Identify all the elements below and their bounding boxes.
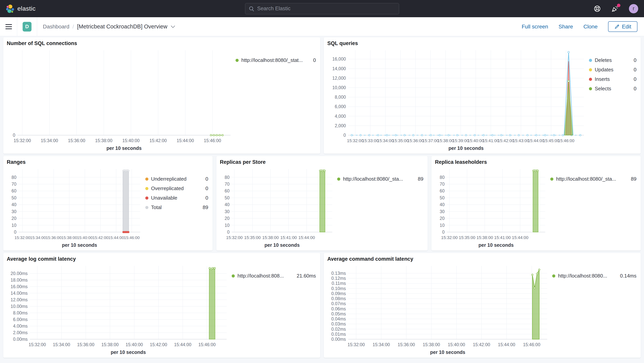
svg-text:60: 60: [224, 188, 230, 193]
svg-text:15:44:00: 15:44:00: [512, 235, 528, 240]
sql-queries-chart[interactable]: 15:32:0015:33:0015:34:0015:35:0015:36:00…: [327, 47, 589, 152]
legend-series-value: 0: [630, 67, 636, 73]
svg-text:15:33:00: 15:33:00: [362, 138, 379, 143]
legend-series-label: http://localhost:8080/_stat...: [241, 57, 303, 63]
news-button[interactable]: [611, 5, 619, 13]
legend-series-label: Inserts: [595, 76, 610, 82]
legend: Underreplicated0Overreplicated0Unavailab…: [145, 166, 209, 249]
legend-series-value: 89: [627, 176, 636, 182]
menu-button[interactable]: [6, 24, 12, 29]
legend-series-dot: [550, 178, 554, 181]
panel-replica-leaseholders: Replica leaseholders 15:32:0015:35:0015:…: [432, 156, 641, 251]
svg-text:15:32:00: 15:32:00: [14, 138, 31, 143]
legend-series-dot: [552, 274, 555, 277]
legend-series-dot: [589, 68, 592, 71]
help-button[interactable]: [594, 5, 601, 13]
svg-text:15:38:00: 15:38:00: [95, 138, 112, 143]
svg-text:0.06ms: 0.06ms: [331, 306, 346, 311]
svg-text:70: 70: [12, 182, 16, 187]
legend-item[interactable]: Inserts0: [589, 76, 636, 82]
page-title[interactable]: [Metricbeat CockroachDB] Overview: [77, 24, 167, 30]
panel-title: Number of SQL connections: [7, 41, 317, 47]
avg-log-commit-latency-chart[interactable]: 15:32:0015:34:0015:36:0015:38:0015:40:00…: [7, 263, 232, 356]
legend-item[interactable]: http://localhost:8080/_stat...0: [236, 57, 316, 63]
share-button[interactable]: Share: [558, 24, 573, 30]
svg-text:per 10 seconds: per 10 seconds: [430, 349, 465, 355]
panel-title: Average log commit latency: [7, 256, 317, 262]
svg-text:0.02ms: 0.02ms: [331, 327, 346, 332]
legend-series-label: http://localhost:808...: [238, 273, 284, 279]
legend-item[interactable]: Updates0: [589, 67, 636, 73]
svg-text:per 10 seconds: per 10 seconds: [448, 145, 484, 151]
avg-command-commit-latency-chart[interactable]: 15:32:0015:34:0015:36:0015:38:0015:40:00…: [327, 263, 552, 356]
legend-series-label: http://localhost:8080/_sta...: [343, 176, 403, 182]
dashboard-toolbar: D Dashboard / [Metricbeat CockroachDB] O…: [0, 17, 644, 36]
svg-text:15:35:00: 15:35:00: [392, 138, 409, 143]
edit-button-label: Edit: [622, 24, 631, 30]
search-input[interactable]: [245, 3, 399, 14]
svg-text:0.12ms: 0.12ms: [331, 276, 346, 281]
legend-item[interactable]: Unavailable0: [145, 195, 208, 201]
legend-item[interactable]: http://localhost:808...21.60ms: [232, 273, 316, 279]
space-badge[interactable]: D: [22, 22, 32, 32]
breadcrumb: Dashboard / [Metricbeat CockroachDB] Ove…: [43, 24, 176, 30]
life-ring-icon: [594, 5, 601, 12]
legend-series-value: 0: [202, 185, 208, 191]
panel-title: SQL queries: [327, 41, 637, 47]
svg-text:0.00ms: 0.00ms: [331, 337, 346, 342]
svg-text:15:39:00: 15:39:00: [452, 138, 469, 143]
svg-text:15:34:00: 15:34:00: [41, 138, 58, 143]
svg-text:per 10 seconds: per 10 seconds: [111, 349, 146, 355]
svg-text:0.01ms: 0.01ms: [331, 332, 346, 337]
full-screen-button[interactable]: Full screen: [522, 24, 548, 30]
legend-item[interactable]: Selects0: [589, 86, 636, 92]
svg-text:70: 70: [224, 182, 230, 187]
svg-text:15:38:00: 15:38:00: [62, 235, 77, 240]
svg-text:0.09ms: 0.09ms: [331, 291, 346, 296]
panel-replicas-per-store: Replicas per Store 15:32:0015:35:0015:38…: [216, 156, 428, 251]
clone-button[interactable]: Clone: [584, 24, 598, 30]
svg-text:40: 40: [440, 202, 445, 207]
edit-button[interactable]: Edit: [608, 21, 638, 32]
svg-text:15:37:00: 15:37:00: [422, 138, 439, 143]
svg-text:15:35:00: 15:35:00: [244, 235, 261, 240]
svg-text:40: 40: [224, 202, 230, 207]
legend-series-label: Selects: [595, 86, 611, 92]
legend-series-dot: [589, 78, 592, 81]
legend-item[interactable]: http://localhost:8080/_sta...89: [337, 176, 423, 182]
svg-text:15:41:00: 15:41:00: [494, 235, 511, 240]
ranges-chart[interactable]: 15:32:0015:34:0015:36:0015:38:0015:40:00…: [7, 166, 145, 249]
replicas-per-store-chart[interactable]: 15:32:0015:35:0015:38:0015:41:0015:44:00…: [220, 166, 337, 249]
svg-text:15:38:00: 15:38:00: [262, 235, 279, 240]
svg-text:15:40:00: 15:40:00: [126, 342, 143, 347]
svg-text:6,000: 6,000: [335, 104, 346, 109]
elastic-brand[interactable]: elastic: [6, 4, 36, 13]
global-search[interactable]: [245, 3, 399, 14]
svg-text:15:44:00: 15:44:00: [498, 342, 515, 347]
sql-connections-chart[interactable]: 15:32:0015:34:0015:36:0015:38:0015:40:00…: [7, 47, 236, 152]
legend: http://localhost:8080/_sta...89: [337, 166, 424, 249]
svg-text:15:46:00: 15:46:00: [523, 342, 540, 347]
legend-item[interactable]: Underreplicated0: [145, 176, 208, 182]
svg-text:0.04ms: 0.04ms: [331, 316, 346, 321]
svg-text:80: 80: [12, 175, 16, 180]
svg-text:20.00ms: 20.00ms: [11, 271, 28, 276]
breadcrumb-dashboard[interactable]: Dashboard: [43, 24, 69, 30]
svg-text:6.00ms: 6.00ms: [13, 317, 28, 322]
legend-item[interactable]: Deletes0: [589, 57, 636, 63]
legend: Deletes0Updates0Inserts0Selects0: [589, 47, 637, 152]
svg-text:60: 60: [12, 188, 16, 193]
replica-leaseholders-chart[interactable]: 15:32:0015:35:0015:38:0015:41:0015:44:00…: [435, 166, 550, 249]
legend-series-label: http://localhost:8080...: [558, 273, 607, 279]
legend-item[interactable]: Overreplicated0: [145, 185, 208, 191]
user-avatar[interactable]: r: [629, 4, 638, 13]
legend-item[interactable]: Total89: [145, 204, 208, 210]
chevron-down-icon[interactable]: [170, 25, 176, 29]
svg-text:15:44:00: 15:44:00: [298, 235, 315, 240]
svg-text:15:46:00: 15:46:00: [558, 138, 574, 143]
svg-text:0.00ms: 0.00ms: [13, 337, 28, 342]
legend-item[interactable]: http://localhost:8080...0.14ms: [552, 273, 636, 279]
legend-series-dot: [145, 206, 148, 209]
top-chrome-bar: elastic: [0, 0, 644, 17]
legend-item[interactable]: http://localhost:8080/_sta...89: [550, 176, 636, 182]
